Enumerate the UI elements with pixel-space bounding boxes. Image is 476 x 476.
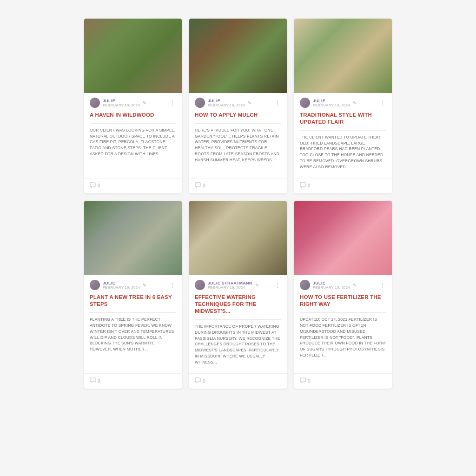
card-author-wildwood: JULIE FEBRUARY 19, 2024 ✎ [90,98,146,108]
comment-count-traditional: 0 [308,183,311,188]
card-body-watering: JULIE STRAATMANN FEBRUARY 19, 2024 ✎ ⋮ E… [189,275,287,370]
card-meta-mulch: JULIE FEBRUARY 19, 2024 ✎ ⋮ [195,98,281,108]
card-divider-watering [195,319,281,320]
card-meta-fertilizer: JULIE FEBRUARY 19, 2024 ✎ ⋮ [300,280,386,290]
card-divider-fertilizer [300,312,386,313]
comment-icon-watering [195,377,201,384]
author-name-wildwood: JULIE [103,99,140,103]
card-author-mulch: JULIE FEBRUARY 19, 2024 ✎ [195,98,251,108]
card-meta-wildwood: JULIE FEBRUARY 19, 2024 ✎ ⋮ [90,98,176,108]
comment-count-tree: 0 [98,378,100,383]
card-image-wildwood [84,19,182,93]
author-date-fertilizer: FEBRUARY 19, 2024 [313,285,350,290]
card-excerpt-tree: PLANTING A TREE IS THE PERFECT ANTIDOTE … [90,317,176,365]
card-excerpt-mulch: HERE'S A RIDDLE FOR YOU. WHAT ONE GARDEN… [195,127,281,170]
edit-icon-watering[interactable]: ✎ [255,283,259,288]
edit-icon-tree[interactable]: ✎ [143,283,146,288]
comment-icon-traditional [300,182,306,189]
author-date-watering: FEBRUARY 19, 2024 [208,285,252,290]
card-body-traditional: JULIE FEBRUARY 19, 2024 ✎ ⋮ TRADITIONAL … [294,93,392,174]
card-tree[interactable]: JULIE FEBRUARY 19, 2024 ✎ ⋮ PLANT A NEW … [84,201,182,389]
more-icon-watering[interactable]: ⋮ [274,282,281,288]
comment-icon-wildwood [90,182,96,189]
card-traditional[interactable]: JULIE FEBRUARY 19, 2024 ✎ ⋮ TRADITIONAL … [294,19,392,193]
card-title-mulch[interactable]: HOW TO APPLY MULCH [195,112,281,119]
card-image-fertilizer [294,201,392,275]
author-name-tree: JULIE [103,281,140,285]
card-image-traditional [294,19,392,93]
avatar-tree [90,280,100,290]
more-icon-fertilizer[interactable]: ⋮ [379,282,386,288]
card-footer-traditional: 0 [294,178,392,193]
edit-icon-fertilizer[interactable]: ✎ [353,283,357,288]
comment-icon-mulch [195,182,201,189]
card-image-tree [84,201,182,275]
card-mulch[interactable]: JULIE FEBRUARY 19, 2024 ✎ ⋮ HOW TO APPLY… [189,19,287,193]
author-info-traditional: JULIE FEBRUARY 19, 2024 [313,99,350,107]
card-title-traditional[interactable]: TRADITIONAL STYLE WITH UPDATED FLAIR [300,112,386,126]
comment-icon-tree [90,377,96,384]
edit-icon-wildwood[interactable]: ✎ [143,100,146,106]
card-meta-watering: JULIE STRAATMANN FEBRUARY 19, 2024 ✎ ⋮ [195,280,281,290]
author-date-tree: FEBRUARY 19, 2024 [103,285,140,290]
card-divider-tree [90,312,176,313]
comment-count-wildwood: 0 [98,183,100,188]
card-watering[interactable]: JULIE STRAATMANN FEBRUARY 19, 2024 ✎ ⋮ E… [189,201,287,389]
card-title-wildwood[interactable]: A HAVEN IN WILDWOOD [90,112,176,119]
card-divider-traditional [300,130,386,131]
card-divider-wildwood [90,123,176,124]
card-wildwood[interactable]: JULIE FEBRUARY 19, 2024 ✎ ⋮ A HAVEN IN W… [84,19,182,193]
author-info-tree: JULIE FEBRUARY 19, 2024 [103,281,140,290]
card-body-fertilizer: JULIE FEBRUARY 19, 2024 ✎ ⋮ HOW TO USE F… [294,275,392,370]
card-footer-mulch: 0 [189,178,287,193]
more-icon-traditional[interactable]: ⋮ [379,99,386,106]
card-body-tree: JULIE FEBRUARY 19, 2024 ✎ ⋮ PLANT A NEW … [84,275,182,370]
blog-grid: JULIE FEBRUARY 19, 2024 ✎ ⋮ A HAVEN IN W… [84,19,392,389]
card-author-fertilizer: JULIE FEBRUARY 19, 2024 ✎ [300,280,357,290]
card-author-traditional: JULIE FEBRUARY 19, 2024 ✎ [300,98,357,108]
card-body-wildwood: JULIE FEBRUARY 19, 2024 ✎ ⋮ A HAVEN IN W… [84,93,182,174]
more-icon-tree[interactable]: ⋮ [169,282,176,288]
comment-count-watering: 0 [203,378,205,383]
avatar-traditional [300,98,310,108]
author-name-fertilizer: JULIE [313,281,350,285]
card-image-mulch [189,19,287,93]
comment-icon-fertilizer [300,377,306,384]
comment-count-mulch: 0 [203,183,205,188]
card-meta-traditional: JULIE FEBRUARY 19, 2024 ✎ ⋮ [300,98,386,108]
author-name-watering: JULIE STRAATMANN [208,281,252,285]
comment-count-fertilizer: 0 [308,378,311,383]
card-footer-tree: 0 [84,373,182,389]
edit-icon-mulch[interactable]: ✎ [248,100,251,106]
card-author-tree: JULIE FEBRUARY 19, 2024 ✎ [90,280,146,290]
author-info-mulch: JULIE FEBRUARY 19, 2024 [208,99,245,107]
more-icon-wildwood[interactable]: ⋮ [169,99,176,106]
edit-icon-traditional[interactable]: ✎ [353,100,357,106]
card-fertilizer[interactable]: JULIE FEBRUARY 19, 2024 ✎ ⋮ HOW TO USE F… [294,201,392,389]
more-icon-mulch[interactable]: ⋮ [274,99,281,106]
author-name-traditional: JULIE [313,99,350,103]
author-info-fertilizer: JULIE FEBRUARY 19, 2024 [313,281,350,290]
avatar-wildwood [90,98,100,108]
card-title-fertilizer[interactable]: HOW TO USE FERTILIZER THE RIGHT WAY [300,294,386,308]
author-info-watering: JULIE STRAATMANN FEBRUARY 19, 2024 [208,281,252,290]
card-title-tree[interactable]: PLANT A NEW TREE IN 6 EASY STEPS [90,294,176,308]
author-name-mulch: JULIE [208,99,245,103]
card-body-mulch: JULIE FEBRUARY 19, 2024 ✎ ⋮ HOW TO APPLY… [189,93,287,174]
avatar-watering [195,280,205,290]
card-image-watering [189,201,287,275]
card-meta-tree: JULIE FEBRUARY 19, 2024 ✎ ⋮ [90,280,176,290]
card-excerpt-traditional: THE CLIENT WANTED TO UPDATE THEIR OLD, T… [300,134,386,170]
author-date-wildwood: FEBRUARY 19, 2024 [103,103,140,107]
author-info-wildwood: JULIE FEBRUARY 19, 2024 [103,99,140,107]
author-date-mulch: FEBRUARY 19, 2024 [208,103,245,107]
card-title-watering[interactable]: EFFECTIVE WATERING TECHNIQUES FOR THE MI… [195,294,281,315]
card-footer-wildwood: 0 [84,178,182,193]
card-footer-watering: 0 [189,373,287,389]
card-footer-fertilizer: 0 [294,373,392,389]
card-author-watering: JULIE STRAATMANN FEBRUARY 19, 2024 ✎ [195,280,259,290]
card-excerpt-wildwood: OUR CLIENT WAS LOOKING FOR A SIMPLE, NAT… [90,127,176,170]
avatar-mulch [195,98,205,108]
card-excerpt-watering: THE IMPORTANCE OF PROPER WATERING DURING… [195,324,281,365]
avatar-fertilizer [300,280,310,290]
